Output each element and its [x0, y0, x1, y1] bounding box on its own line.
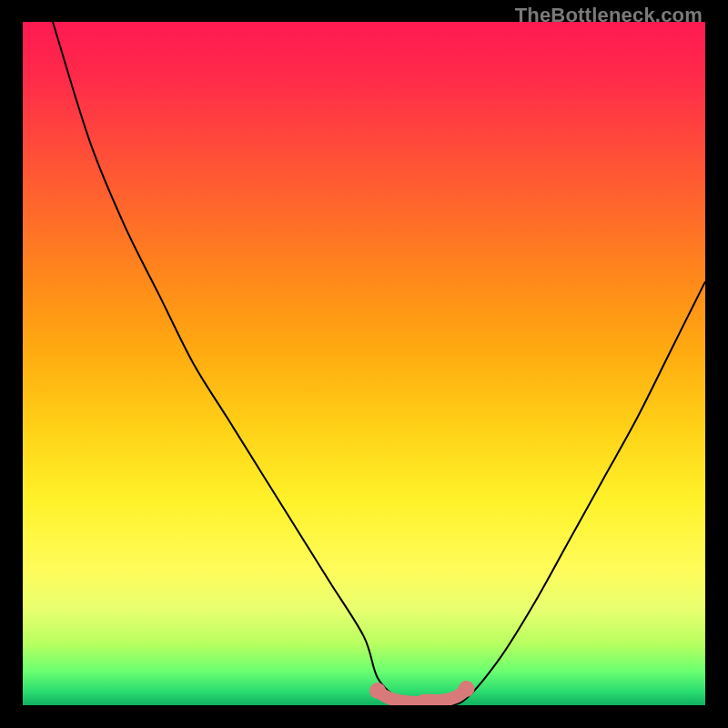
highlight-path — [378, 689, 467, 703]
optimal-highlight — [369, 681, 475, 703]
curve-path — [23, 22, 705, 705]
highlight-end-dot — [459, 681, 475, 697]
highlight-start-dot — [369, 682, 386, 699]
plot-area — [23, 22, 705, 705]
chart-container: TheBottleneck.com — [0, 0, 728, 728]
curve-svg — [23, 22, 705, 705]
bottleneck-curve — [23, 22, 705, 705]
